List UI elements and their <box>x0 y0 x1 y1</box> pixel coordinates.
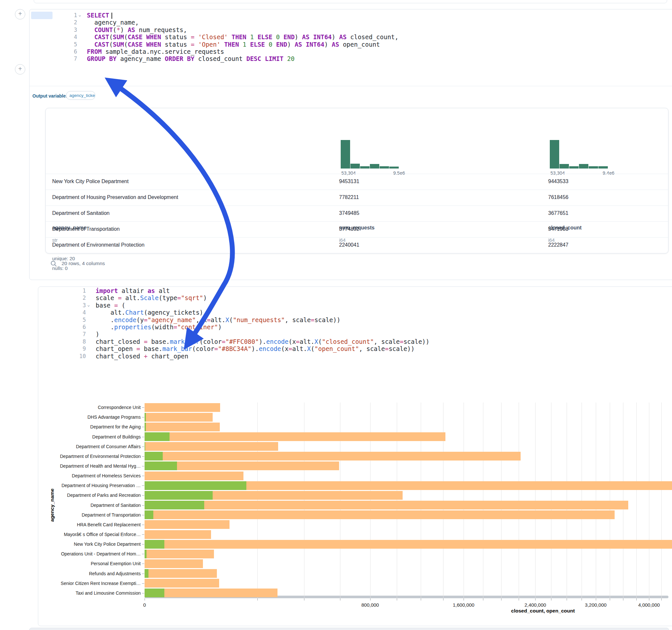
table-cell: 2222847 <box>548 242 568 248</box>
chart-bar-closed_count[interactable] <box>145 432 446 441</box>
x-axis-tick <box>661 598 662 601</box>
chart-bar-open_count[interactable] <box>145 491 213 500</box>
y-axis-tick <box>142 485 144 486</box>
chart-bar-open_count[interactable] <box>145 550 146 558</box>
chart-bar-closed_count[interactable] <box>145 559 203 568</box>
x-axis-tick-label: 1,600,000 <box>453 602 475 608</box>
chart-bar-closed_count[interactable] <box>145 569 217 578</box>
x-axis-tick <box>397 598 397 601</box>
add-cell-button-output[interactable]: + <box>15 64 25 75</box>
chart-gridline <box>257 403 258 598</box>
chart-bar-open_count[interactable] <box>145 461 177 470</box>
x-axis-tick <box>463 598 464 601</box>
chart-bar-open_count[interactable] <box>145 501 204 509</box>
table-cell: 3774892 <box>339 226 359 232</box>
x-axis-tick <box>501 598 502 601</box>
x-axis-tick <box>551 598 551 601</box>
y-axis-tick <box>142 476 144 476</box>
num-requests-histogram[interactable] <box>341 140 399 169</box>
y-axis-category-label: Operations Unit - Department of Hom… <box>44 551 141 556</box>
table-row[interactable]: Department of Environmental Protection22… <box>46 237 668 253</box>
chart-bar-open_count[interactable] <box>145 588 164 597</box>
closed-count-histogram[interactable] <box>550 140 608 169</box>
result-table: agency_name str unique: 20 nulls: 0 num_… <box>45 108 668 253</box>
x-axis-tick-label: 3,200,000 <box>585 602 606 608</box>
chart-bar-open_count[interactable] <box>145 452 163 461</box>
chart-bar-open_count[interactable] <box>145 510 153 519</box>
chart-bar-open_count[interactable] <box>145 569 148 578</box>
histogram-bar <box>389 167 399 169</box>
x-axis-tick <box>567 598 567 601</box>
chart-bar-open_count[interactable] <box>145 540 164 549</box>
chart-bar-open_count[interactable] <box>145 481 246 490</box>
x-axis-tick <box>443 598 443 601</box>
table-row[interactable]: Department of Transportation377489234719… <box>46 221 668 238</box>
x-axis-tick <box>535 598 535 601</box>
chart-bar-closed_count[interactable] <box>145 588 278 597</box>
y-axis-tick <box>142 417 144 417</box>
chart-bar-closed_count[interactable] <box>145 550 214 558</box>
histogram-bar <box>559 164 569 169</box>
chart-gridline <box>535 403 535 598</box>
y-axis-category-label: Department of Parks and Recreation <box>44 492 141 498</box>
chart-bar-closed_count[interactable] <box>145 530 211 539</box>
chart-bar-closed_count[interactable] <box>145 452 521 461</box>
chart-bar-closed_count[interactable] <box>145 422 220 431</box>
chart-bar-closed_count[interactable] <box>145 520 230 529</box>
chart-bar-closed_count[interactable] <box>145 403 220 412</box>
histogram-bar <box>569 166 579 169</box>
chart-gridline <box>596 403 596 598</box>
add-cell-button-top[interactable]: + <box>15 9 25 20</box>
chart-bar-closed_count[interactable] <box>145 579 219 587</box>
chart-bar-closed_count[interactable] <box>145 442 278 451</box>
table-cell: 7618456 <box>548 194 568 200</box>
chart-bar-open_count[interactable] <box>145 432 170 441</box>
x-axis-tick <box>581 598 582 601</box>
chart-bar-closed_count[interactable] <box>145 471 243 480</box>
x-axis-tick-label: 2,400,000 <box>525 602 546 608</box>
table-row[interactable]: New York City Police Department945313194… <box>46 174 668 190</box>
table-cell: 9443533 <box>548 178 568 185</box>
table-cell: 9453131 <box>339 178 359 185</box>
y-axis-category-label: Department of Environmental Protection <box>44 454 141 459</box>
chart-bar-open_count[interactable] <box>145 422 146 431</box>
y-axis-tick <box>142 544 144 544</box>
x-axis-tick <box>421 598 421 601</box>
chart-gridline <box>567 403 567 598</box>
y-axis-category-label: Department of Homeless Services <box>44 473 141 478</box>
histogram-bar <box>589 166 598 169</box>
chart-bar-closed_count[interactable] <box>145 510 615 519</box>
y-axis-tick <box>142 554 144 554</box>
chart-bar-closed_count[interactable] <box>145 413 213 421</box>
x-axis-tick <box>610 598 610 601</box>
y-axis-category-label: Department of Sanitation <box>44 503 141 508</box>
histogram-bar <box>360 166 369 169</box>
chart-gridline <box>443 403 443 598</box>
table-cell: 3749485 <box>339 210 359 216</box>
histogram-bar <box>341 140 350 169</box>
chart-bar-open_count[interactable] <box>145 442 145 451</box>
x-axis-tick-label: 800,000 <box>361 602 379 608</box>
chart-gridline <box>397 403 397 598</box>
table-row[interactable]: Department of Sanitation37494853677651 <box>46 205 668 222</box>
table-row[interactable]: Department of Housing Preservation and D… <box>46 190 668 206</box>
y-axis-category-label: Department of Transportation <box>44 512 141 517</box>
histogram-bar <box>579 164 589 169</box>
y-axis-tick <box>142 574 144 574</box>
y-axis-tick <box>142 427 144 427</box>
x-axis-tick <box>145 598 145 601</box>
chart-bar-closed_count[interactable] <box>145 540 672 549</box>
chart-bar-open_count[interactable] <box>145 413 146 421</box>
y-axis-category-label: DHS Advantage Programs <box>44 414 141 420</box>
y-axis-category-label: New York City Police Department <box>44 541 141 547</box>
y-axis-category-label: Department of Housing Preservation … <box>44 483 141 488</box>
y-axis-tick <box>142 495 144 495</box>
table-cell: Department of Housing Preservation and D… <box>52 194 178 200</box>
chart-bar-closed_count[interactable] <box>145 501 628 509</box>
chart-gridline <box>610 403 610 598</box>
y-axis-tick <box>142 563 144 564</box>
x-axis-tick <box>483 598 483 601</box>
chart-gridline <box>483 403 483 598</box>
x-axis-tick-label: 4,000,000 <box>638 602 660 608</box>
y-axis-category-label: Department of Health and Mental Hyg… <box>44 463 141 468</box>
